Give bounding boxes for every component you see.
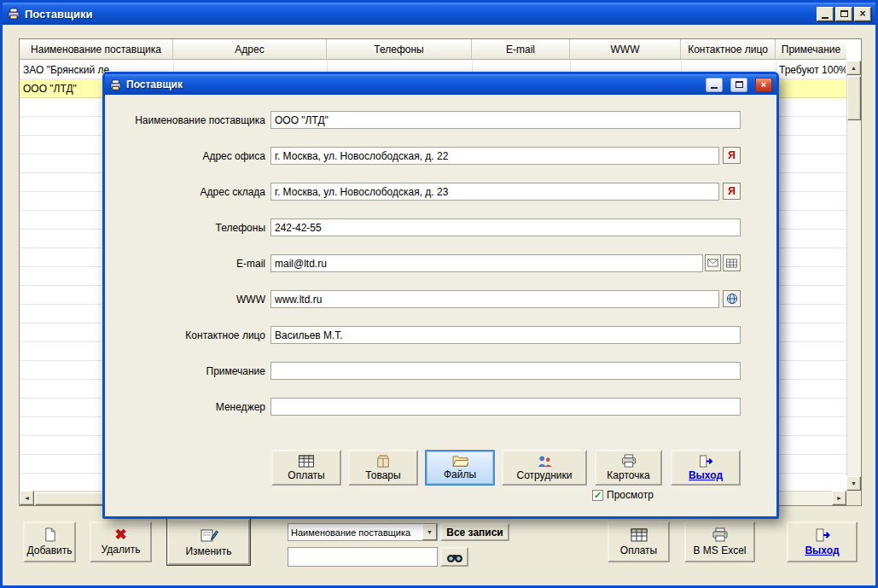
checkbox-checked-icon: ✓ xyxy=(592,490,603,501)
exit-icon xyxy=(697,455,714,468)
chevron-down-icon: ▼ xyxy=(427,529,433,535)
field-label-contact: Контактное лицо xyxy=(110,329,265,341)
column-header-address[interactable]: Адрес xyxy=(173,39,327,59)
www-input[interactable] xyxy=(270,290,719,308)
add-button[interactable]: Добавить xyxy=(23,521,76,562)
sort-field-value: Наименование поставщика xyxy=(288,527,422,538)
field-label-name: Наименование поставщика xyxy=(110,114,265,126)
dialog-staff-button[interactable]: Сотрудники xyxy=(502,450,587,486)
warehouse-address-input[interactable] xyxy=(270,183,719,201)
send-email-button[interactable] xyxy=(705,254,721,271)
field-label-manager: Менеджер xyxy=(110,401,265,413)
globe-icon xyxy=(726,293,738,305)
close-icon: × xyxy=(761,79,766,90)
window-title: Поставщики xyxy=(25,8,92,20)
delete-x-icon: ✖ xyxy=(114,529,126,541)
dialog-card-button[interactable]: Карточка xyxy=(595,450,662,486)
column-header-email[interactable]: E-mail xyxy=(472,39,570,59)
table-grid-icon xyxy=(631,528,648,542)
preview-checkbox[interactable]: ✓ Просмотр xyxy=(592,489,654,501)
printer-icon xyxy=(712,527,729,542)
column-header-phones[interactable]: Телефоны xyxy=(327,39,472,59)
column-header-note[interactable]: Примечание xyxy=(776,39,846,59)
envelope-icon xyxy=(707,259,718,267)
manager-input[interactable] xyxy=(270,398,741,416)
combobox-dropdown-button[interactable]: ▼ xyxy=(422,524,437,540)
close-button[interactable]: × xyxy=(854,7,871,21)
search-button[interactable] xyxy=(440,547,468,567)
maximize-button[interactable] xyxy=(835,7,852,21)
supplier-name-input[interactable] xyxy=(270,111,741,129)
email-list-button[interactable] xyxy=(723,254,741,271)
dialog-payments-button[interactable]: Оплаты xyxy=(271,450,341,486)
dialog-exit-label: Выход xyxy=(689,469,723,481)
scroll-up-button[interactable]: ▲ xyxy=(846,61,861,75)
excel-button-label: В MS Excel xyxy=(693,544,746,556)
excel-button[interactable]: В MS Excel xyxy=(684,521,755,562)
supplier-dialog: Поставщик × Наименование поставщика Адре… xyxy=(102,72,779,519)
column-header-name[interactable]: Наименование поставщика xyxy=(20,39,173,59)
dialog-staff-label: Сотрудники xyxy=(517,469,573,481)
search-input[interactable] xyxy=(288,547,438,567)
yandex-icon: Я xyxy=(728,185,736,197)
dialog-exit-button[interactable]: Выход xyxy=(671,450,741,486)
office-address-input[interactable] xyxy=(270,147,719,165)
dialog-titlebar: Поставщик × xyxy=(105,74,776,95)
field-label-office-address: Адрес офиса xyxy=(110,150,265,162)
scroll-right-button[interactable]: ► xyxy=(832,491,846,505)
minimize-button[interactable] xyxy=(817,7,834,21)
people-icon xyxy=(536,455,553,468)
scrollbar-corner xyxy=(846,491,861,505)
close-icon: × xyxy=(859,8,865,20)
vertical-scrollbar[interactable]: ▲ ▼ xyxy=(846,61,861,491)
sort-field-combobox[interactable]: Наименование поставщика ▼ xyxy=(288,523,438,541)
minimize-icon xyxy=(822,17,829,19)
warehouse-map-button[interactable]: Я xyxy=(723,183,741,200)
dialog-payments-label: Оплаты xyxy=(288,469,324,481)
all-records-button[interactable]: Все записи xyxy=(440,523,509,541)
field-label-www: WWW xyxy=(110,294,265,306)
binoculars-icon xyxy=(446,551,463,563)
exit-button[interactable]: Выход xyxy=(787,521,858,562)
arrow-left-icon: ◄ xyxy=(24,495,30,501)
folder-icon xyxy=(452,455,468,467)
arrow-down-icon: ▼ xyxy=(851,480,857,486)
note-input[interactable] xyxy=(270,362,741,380)
printer-icon xyxy=(620,454,637,468)
edit-button[interactable]: Изменить xyxy=(167,519,250,565)
yandex-icon: Я xyxy=(728,149,736,161)
new-document-icon xyxy=(44,527,56,542)
dialog-files-button[interactable]: Файлы xyxy=(425,450,495,486)
preview-checkbox-label: Просмотр xyxy=(607,489,654,501)
phones-input[interactable] xyxy=(270,218,741,236)
exit-icon xyxy=(814,528,831,542)
dialog-card-label: Карточка xyxy=(607,469,649,481)
package-icon xyxy=(375,455,391,468)
payments-button[interactable]: Оплаты xyxy=(608,521,670,562)
table-grid-icon xyxy=(726,259,737,268)
payments-button-label: Оплаты xyxy=(620,544,657,556)
dialog-goods-button[interactable]: Товары xyxy=(348,450,418,486)
dialog-content: Наименование поставщика Адрес офиса Я Ад… xyxy=(105,95,776,516)
main-titlebar: Поставщики × xyxy=(3,3,875,25)
scroll-left-button[interactable]: ◄ xyxy=(20,491,34,505)
dialog-title: Поставщик xyxy=(126,79,183,90)
delete-button[interactable]: ✖ Удалить xyxy=(90,521,152,562)
maximize-icon xyxy=(840,10,848,17)
column-header-contact[interactable]: Контактное лицо xyxy=(681,39,776,59)
contact-person-input[interactable] xyxy=(270,326,741,344)
arrow-right-icon: ► xyxy=(836,495,842,501)
exit-button-label: Выход xyxy=(805,544,839,556)
field-label-note: Примечание xyxy=(110,365,265,377)
dialog-maximize-button[interactable] xyxy=(730,78,747,92)
delete-button-label: Удалить xyxy=(102,544,141,556)
scroll-down-button[interactable]: ▼ xyxy=(846,476,861,491)
vertical-scroll-thumb[interactable] xyxy=(847,76,861,120)
dialog-close-button[interactable]: × xyxy=(755,78,772,92)
email-input[interactable] xyxy=(270,254,703,272)
minimize-icon xyxy=(711,87,718,89)
dialog-minimize-button[interactable] xyxy=(706,78,723,92)
open-website-button[interactable] xyxy=(723,290,741,307)
office-map-button[interactable]: Я xyxy=(723,147,741,164)
column-header-www[interactable]: WWW xyxy=(570,39,681,59)
